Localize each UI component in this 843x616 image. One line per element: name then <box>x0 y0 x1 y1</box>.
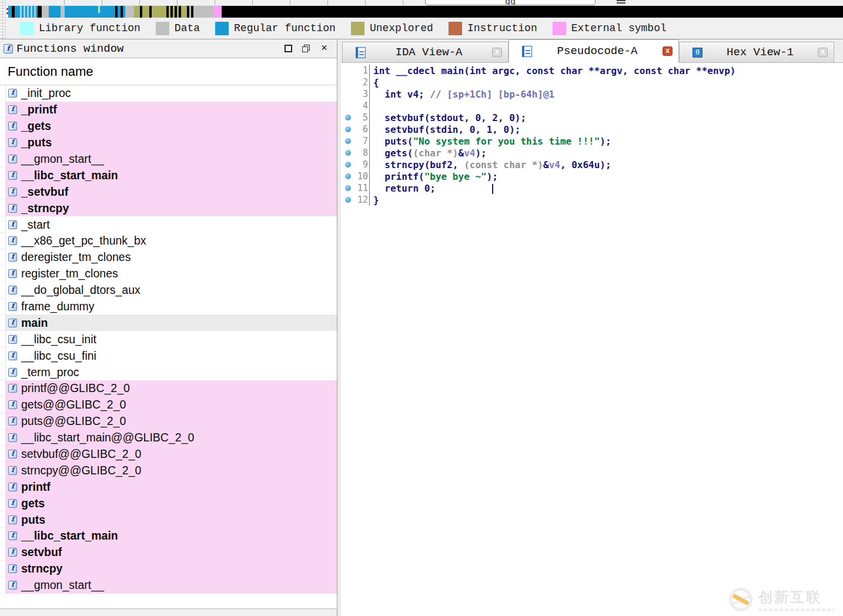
function-row[interactable]: fderegister_tm_clones <box>0 249 337 266</box>
function-name: __libc_start_main@@GLIBC_2_0 <box>21 431 194 444</box>
tab-pseudocode-a[interactable]: Pseudocode-Ax <box>509 39 679 63</box>
column-header-function-name[interactable]: Function name <box>0 58 337 85</box>
code-line[interactable]: 11 return 0; <box>341 182 843 194</box>
navband-segment <box>152 6 166 18</box>
tab-hex-view-1[interactable]: 0Hex View-1x <box>679 42 834 62</box>
breakpoint-dot-icon[interactable] <box>345 126 351 132</box>
function-row[interactable]: fgets@@GLIBC_2_0 <box>0 397 337 413</box>
function-row[interactable]: f_puts <box>0 135 337 151</box>
code-text[interactable]: return 0; <box>370 183 493 194</box>
breakpoint-dot-icon[interactable] <box>345 185 351 191</box>
breakpoint-dot-icon[interactable] <box>345 150 351 156</box>
function-row[interactable]: f_term_proc <box>0 364 337 380</box>
function-name: __do_global_dtors_aux <box>21 283 140 297</box>
function-row[interactable]: f__do_global_dtors_aux <box>0 282 337 299</box>
tab-label: Pseudocode-A <box>532 45 663 58</box>
function-row[interactable]: fregister_tm_clones <box>0 266 337 282</box>
code-text[interactable]: setvbuf(stdin, 0, 1, 0); <box>370 124 520 135</box>
breakpoint-dot-icon[interactable] <box>345 138 351 144</box>
function-f-icon: f <box>8 564 17 573</box>
function-row[interactable]: f_printf <box>0 102 337 118</box>
tab-close-icon[interactable]: x <box>663 46 673 56</box>
code-line[interactable]: 12} <box>341 194 843 206</box>
maximize-icon[interactable] <box>285 45 292 52</box>
breakpoint-gutter[interactable] <box>341 185 355 191</box>
function-row[interactable]: fputs@@GLIBC_2_0 <box>0 413 337 430</box>
code-text[interactable]: int v4; // [sp+1Ch] [bp-64h]@1 <box>370 89 554 100</box>
function-row[interactable]: fprintf <box>0 478 337 495</box>
tab-close-icon[interactable]: x <box>818 48 828 57</box>
function-row[interactable]: f__libc_start_main <box>0 167 337 183</box>
breakpoint-dot-icon[interactable] <box>345 162 351 168</box>
pseudocode-view[interactable]: 1int __cdecl main(int argc, const char *… <box>341 63 843 616</box>
function-row[interactable]: f__gmon_start__ <box>0 151 337 168</box>
code-line[interactable]: 8 gets((char *)&v4); <box>341 147 843 159</box>
function-f-icon: f <box>8 236 17 245</box>
function-row[interactable]: f__x86_get_pc_thunk_bx <box>0 233 337 249</box>
function-row[interactable]: fstrncpy <box>0 561 337 577</box>
breakpoint-dot-icon[interactable] <box>345 173 351 179</box>
function-row[interactable]: fprintf@@GLIBC_2_0 <box>0 380 337 397</box>
code-line[interactable]: 9 strncpy(buf2, (const char *)&v4, 0x64u… <box>341 159 843 170</box>
code-text[interactable]: int __cdecl main(int argc, const char **… <box>370 65 736 76</box>
toolbar-gripper[interactable] <box>0 0 6 39</box>
code-text[interactable]: puts("No system for you this time !!!"); <box>370 136 611 147</box>
top-dropdown[interactable]: gg <box>425 0 596 5</box>
function-row[interactable]: f__libc_start_main@@GLIBC_2_0 <box>0 430 337 446</box>
function-row[interactable]: fframe_dummy <box>0 299 337 315</box>
code-text[interactable]: strncpy(buf2, (const char *)&v4, 0x64u); <box>370 159 611 170</box>
functions-window-titlebar[interactable]: f Functions window ✕ <box>0 39 337 58</box>
horizontal-scrollbar[interactable] <box>0 608 337 616</box>
close-icon[interactable]: ✕ <box>320 45 329 52</box>
code-text[interactable]: { <box>370 77 379 88</box>
menu-icon[interactable] <box>617 0 625 4</box>
breakpoint-gutter[interactable] <box>341 138 355 144</box>
breakpoint-dot-icon[interactable] <box>345 197 351 203</box>
function-row[interactable]: f_init_proc <box>0 85 337 102</box>
code-line[interactable]: 10 printf("bye bye ~"); <box>341 170 843 182</box>
breakpoint-gutter[interactable] <box>341 173 355 179</box>
function-row[interactable]: f_strncpy <box>0 200 337 216</box>
code-text[interactable]: gets((char *)&v4); <box>370 148 487 159</box>
function-row[interactable]: f__gmon_start__ <box>0 577 337 594</box>
function-row[interactable]: f_start <box>0 216 337 233</box>
code-text[interactable]: } <box>370 195 379 206</box>
code-text[interactable]: setvbuf(stdout, 0, 2, 0); <box>370 112 526 123</box>
breakpoint-gutter[interactable] <box>341 126 355 132</box>
float-window-icon[interactable] <box>302 45 310 52</box>
code-line[interactable]: 3 int v4; // [sp+1Ch] [bp-64h]@1 <box>341 88 843 100</box>
function-row[interactable]: fstrncpy@@GLIBC_2_0 <box>0 462 337 478</box>
code-line[interactable]: 5 setvbuf(stdout, 0, 2, 0); <box>341 112 843 123</box>
breakpoint-gutter[interactable] <box>341 162 355 168</box>
breakpoint-gutter[interactable] <box>341 150 355 156</box>
navband-segment <box>181 6 187 18</box>
code-line[interactable]: 1int __cdecl main(int argc, const char *… <box>341 65 843 76</box>
row-edge <box>0 314 6 331</box>
function-row[interactable]: fputs <box>0 511 337 528</box>
code-text[interactable]: printf("bye bye ~"); <box>370 171 498 182</box>
function-row[interactable]: f_setvbuf <box>0 183 337 200</box>
code-token: "No system for you this time !!!" <box>413 136 600 147</box>
row-edge <box>0 183 6 200</box>
code-line[interactable]: 7 puts("No system for you this time !!!"… <box>341 135 843 147</box>
breakpoint-gutter[interactable] <box>341 115 355 120</box>
code-line[interactable]: 2{ <box>341 76 843 88</box>
function-row[interactable]: f_gets <box>0 118 337 135</box>
function-row[interactable]: f__libc_csu_init <box>0 331 337 347</box>
document-view-icon <box>522 46 532 57</box>
navigation-band[interactable] <box>0 6 843 18</box>
code-line[interactable]: 6 setvbuf(stdin, 0, 1, 0); <box>341 123 843 135</box>
function-row[interactable]: f__libc_start_main <box>0 528 337 544</box>
function-f-icon: f <box>8 483 17 491</box>
legend-label: Instruction <box>467 22 537 34</box>
function-row[interactable]: fsetvbuf <box>0 544 337 561</box>
function-row[interactable]: f__libc_csu_fini <box>0 347 337 364</box>
code-line[interactable]: 4 <box>341 100 843 112</box>
breakpoint-gutter[interactable] <box>341 197 355 203</box>
function-row[interactable]: fgets <box>0 495 337 511</box>
function-row[interactable]: fmain <box>0 314 337 331</box>
function-row[interactable]: fsetvbuf@@GLIBC_2_0 <box>0 446 337 463</box>
tab-ida-view-a[interactable]: IDA View-Ax <box>342 42 509 62</box>
tab-close-icon[interactable]: x <box>492 48 502 57</box>
breakpoint-dot-icon[interactable] <box>345 115 351 120</box>
